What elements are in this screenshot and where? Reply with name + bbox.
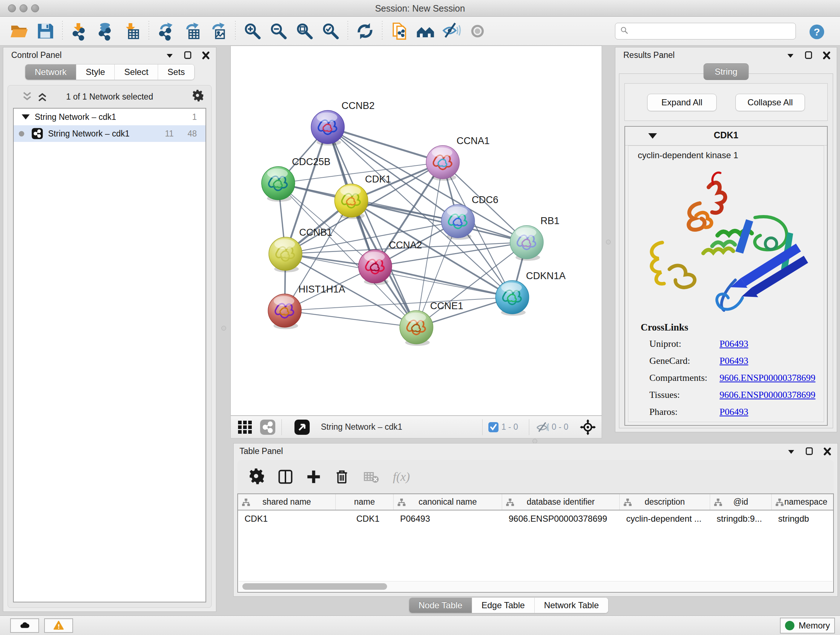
string-document-icon[interactable] [390, 21, 409, 41]
float-panel-icon[interactable] [785, 50, 796, 60]
network-node-CCNA1[interactable]: CCNA1 [426, 135, 490, 181]
tab-sets[interactable]: Sets [158, 65, 194, 80]
network-node-RB1[interactable]: RB1 [510, 215, 560, 261]
grid-view-icon[interactable] [237, 419, 253, 435]
column-header-database-identifier[interactable]: database identifier [502, 494, 620, 510]
maximize-panel-icon[interactable] [183, 50, 193, 60]
gene-section-header[interactable]: CDK1 [625, 127, 827, 146]
delete-column-trash-icon[interactable] [333, 469, 350, 485]
network-options-gear-icon[interactable] [192, 90, 205, 103]
export-network-icon[interactable] [156, 21, 176, 41]
delete-table-icon[interactable] [362, 469, 381, 485]
network-canvas[interactable]: CCNB2 CCNA1 CDC25B CDK1 [231, 46, 602, 416]
network-node-CDKN1A[interactable]: CDKN1A [496, 271, 566, 316]
column-header-shared-name[interactable]: shared name [238, 494, 336, 510]
network-share-view-icon[interactable] [260, 419, 276, 435]
column-header--id[interactable]: @id [710, 494, 772, 510]
close-panel-icon[interactable] [821, 50, 832, 60]
tab-network-table[interactable]: Network Table [534, 598, 608, 613]
maximize-panel-icon[interactable] [804, 447, 814, 456]
tab-edge-table[interactable]: Edge Table [472, 598, 534, 613]
tab-node-table[interactable]: Node Table [409, 598, 472, 613]
import-network-icon[interactable] [70, 21, 89, 41]
network-edge-CCNB2-CCNE1[interactable] [328, 127, 416, 327]
table-cell[interactable]: stringdb:9... [710, 510, 772, 527]
export-image-icon[interactable] [208, 21, 228, 41]
network-collection-row[interactable]: String Network – cdk1 1 [14, 109, 205, 125]
table-horizontal-scrollbar[interactable] [239, 581, 832, 591]
search-field[interactable] [615, 23, 796, 40]
network-node-CDC25B[interactable]: CDC25B [262, 157, 331, 202]
crosslink-link[interactable]: 9606.ENSP00000378699 [720, 390, 815, 401]
collapse-all-button[interactable]: Collapse All [736, 94, 805, 111]
column-type-icon [623, 498, 632, 507]
maximize-panel-icon[interactable] [804, 50, 813, 60]
tab-select[interactable]: Select [114, 65, 158, 80]
memory-button[interactable]: Memory [780, 618, 835, 633]
table-settings-gear-icon[interactable] [249, 469, 265, 485]
add-column-plus-icon[interactable] [305, 469, 322, 485]
homes-icon[interactable] [416, 21, 435, 41]
show-columns-icon[interactable] [277, 469, 294, 485]
crosslink-link[interactable]: P06493 [720, 356, 748, 366]
crosslink-link[interactable]: P06493 [720, 339, 748, 349]
float-panel-icon[interactable] [164, 50, 175, 60]
float-panel-icon[interactable] [786, 447, 796, 456]
selected-nodes-checkbox[interactable] [488, 422, 499, 432]
network-edge-CCNB2-CCNA1[interactable] [328, 127, 443, 162]
open-folder-icon[interactable] [9, 21, 29, 41]
help-icon[interactable]: ? [808, 23, 826, 41]
network-row[interactable]: String Network – cdk1 11 48 [14, 125, 205, 142]
cloud-status-button[interactable] [10, 618, 39, 633]
close-panel-icon[interactable] [822, 447, 832, 456]
tab-style[interactable]: Style [76, 65, 114, 80]
export-table-icon[interactable] [182, 21, 202, 41]
vertical-splitter-grip[interactable] [221, 326, 226, 331]
crosslink-link[interactable]: 9606.ENSP00000378699 [720, 372, 815, 383]
zoom-fit-icon[interactable] [295, 21, 314, 41]
column-header-canonical-name[interactable]: canonical name [393, 494, 502, 510]
collection-caret-icon[interactable] [22, 114, 30, 119]
close-panel-icon[interactable] [201, 50, 211, 60]
table-cell[interactable]: stringdb [772, 510, 834, 527]
network-node-HIST1H1A[interactable]: HIST1H1A [268, 284, 345, 329]
network-node-CCNE1[interactable]: CCNE1 [400, 301, 463, 346]
table-cell[interactable]: cyclin-dependent ... [620, 510, 710, 527]
import-database-icon[interactable] [96, 21, 115, 41]
network-node-CCNB1[interactable]: CCNB1 [269, 227, 332, 272]
detach-view-icon[interactable] [294, 419, 310, 435]
dim-eye-icon[interactable] [468, 21, 487, 41]
search-input[interactable] [632, 27, 788, 36]
zoom-selected-icon[interactable] [321, 21, 340, 41]
table-cell[interactable]: P06493 [393, 510, 502, 527]
hidden-eye-slash-icon[interactable] [535, 420, 549, 434]
column-label: shared name [262, 497, 311, 507]
vertical-splitter-grip[interactable] [606, 240, 611, 244]
table-cell[interactable]: CDK1 [336, 510, 393, 527]
column-header-name[interactable]: name [336, 494, 393, 510]
column-header-namespace[interactable]: namespace [772, 494, 834, 510]
column-header-description[interactable]: description [620, 494, 710, 510]
network-view-title: String Network – cdk1 [321, 422, 477, 432]
zoom-out-icon[interactable] [269, 21, 288, 41]
table-cell[interactable]: CDK1 [238, 510, 336, 527]
save-icon[interactable] [35, 21, 55, 41]
birdseye-crosshair-icon[interactable] [580, 419, 596, 435]
network-edge-HIST1H1A-CCNE1[interactable] [285, 310, 416, 327]
expand-all-button[interactable]: Expand All [647, 94, 717, 111]
crosslink-label: GeneCard: [641, 356, 720, 366]
function-builder-fx[interactable]: f(x) [393, 470, 410, 484]
tab-string[interactable]: String [704, 63, 749, 80]
table-cell[interactable]: 9606.ENSP00000378699 [502, 510, 620, 527]
tab-network[interactable]: Network [25, 65, 76, 80]
network-status-dot [19, 131, 24, 136]
scrollbar-thumb[interactable] [242, 583, 387, 590]
network-list: String Network – cdk1 1 String Network –… [13, 108, 206, 602]
hide-eye-icon[interactable] [442, 21, 461, 41]
crosslink-link[interactable]: P06493 [720, 407, 748, 417]
zoom-in-icon[interactable] [243, 21, 262, 41]
refresh-icon[interactable] [355, 21, 375, 41]
warning-status-button[interactable] [44, 618, 73, 633]
network-node-CDK1[interactable]: CDK1 [335, 174, 391, 219]
import-table-icon[interactable] [122, 21, 141, 41]
